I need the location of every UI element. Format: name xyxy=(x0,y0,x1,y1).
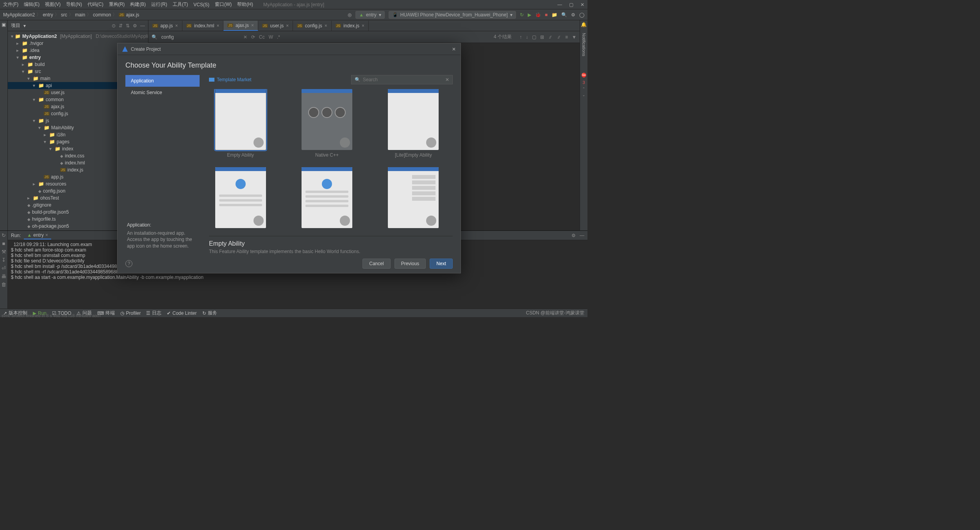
trash-icon[interactable]: 🗑 xyxy=(1,282,6,287)
clear-find-icon[interactable]: ✕ xyxy=(243,34,247,40)
close-tab-icon[interactable]: × xyxy=(362,23,364,29)
menu-navigate[interactable]: 导航(N) xyxy=(66,1,82,8)
rerun-icon[interactable]: ↻ xyxy=(2,232,6,238)
menu-tools[interactable]: 工具(T) xyxy=(173,1,188,8)
tree-arrow-icon[interactable]: ▾ xyxy=(49,146,53,152)
filter-icon[interactable]: ▼ xyxy=(572,34,577,40)
template-card[interactable] xyxy=(382,167,445,230)
template-card[interactable]: Native C++ xyxy=(295,89,358,158)
close-window-icon[interactable]: ✕ xyxy=(580,2,584,7)
find-input[interactable] xyxy=(161,34,239,40)
menu-help[interactable]: 帮助(H) xyxy=(237,1,253,8)
editor-tab[interactable]: JSapp.js× xyxy=(148,21,182,31)
cancel-button[interactable]: Cancel xyxy=(362,259,390,269)
close-tab-icon[interactable]: × xyxy=(251,23,254,28)
menu-view[interactable]: 视图(V) xyxy=(45,1,61,8)
template-card[interactable]: [Lite]Empty Ability xyxy=(382,89,445,158)
next-button[interactable]: Next xyxy=(430,259,453,269)
debug-icon[interactable]: 🐞 xyxy=(535,12,541,18)
run-icon[interactable]: ▶ xyxy=(528,12,531,18)
regex-icon[interactable]: ⟳ xyxy=(251,34,255,40)
device-selector[interactable]: 📱 HUAWEI Phone [NewDevice_from_Huawei_Ph… xyxy=(389,11,516,19)
tree-arrow-icon[interactable]: ▾ xyxy=(38,125,42,130)
gear-icon[interactable]: ⚙ xyxy=(571,12,575,18)
editor-tab[interactable]: JSindex.hml× xyxy=(182,21,224,31)
menu-build[interactable]: 构建(B) xyxy=(130,1,146,8)
print-icon[interactable]: 🖶 xyxy=(1,273,6,279)
close-tab-icon[interactable]: × xyxy=(216,23,219,29)
breadcrumb-item[interactable]: src xyxy=(61,12,67,18)
tree-arrow-icon[interactable]: ▾ xyxy=(33,97,37,102)
word-icon[interactable]: W xyxy=(269,34,273,40)
editor-tab[interactable]: JSconfig.js× xyxy=(293,21,332,31)
project-stripe-icon[interactable]: ▣ xyxy=(2,22,6,27)
dialog-close-icon[interactable]: ✕ xyxy=(452,46,456,52)
avatar-icon[interactable]: ◯ xyxy=(579,12,584,18)
sb-profiler[interactable]: ◷Profiler xyxy=(120,311,141,316)
stop-icon[interactable]: ■ xyxy=(545,12,548,18)
sb-lint[interactable]: ✔Code Linter xyxy=(167,311,196,316)
menu-file[interactable]: 文件(F) xyxy=(3,1,18,8)
category-atomic-service[interactable]: Atomic Service xyxy=(125,87,200,98)
menu-refactor[interactable]: 重构(R) xyxy=(109,1,125,8)
template-search[interactable]: 🔍 ✕ xyxy=(351,75,453,84)
breadcrumb-item[interactable]: entry xyxy=(43,12,53,18)
template-card[interactable]: Empty Ability xyxy=(209,89,272,158)
tree-arrow-icon[interactable]: ▾ xyxy=(11,34,13,39)
down-icon[interactable]: ↧ xyxy=(2,257,6,263)
tree-arrow-icon[interactable]: ▸ xyxy=(16,41,20,46)
tree-row[interactable]: ▾📁MyApplication2[MyApplication]D:\deveco… xyxy=(8,33,148,40)
clear-search-icon[interactable]: ✕ xyxy=(445,77,449,82)
breadcrumb-item[interactable]: MyApplication2 xyxy=(3,12,35,18)
tree-arrow-icon[interactable]: ▾ xyxy=(33,83,37,88)
maximize-icon[interactable]: ▢ xyxy=(569,2,573,7)
run-config-selector[interactable]: ▲ entry ▾ xyxy=(355,11,385,19)
template-card[interactable] xyxy=(209,167,272,230)
chevron-icon[interactable]: ˆ xyxy=(583,87,585,93)
select-all-icon[interactable]: ▢ xyxy=(532,34,536,40)
run-tab-entry[interactable]: ▲ entry × xyxy=(24,232,51,239)
breadcrumb-item[interactable]: common xyxy=(93,12,111,18)
refresh-icon[interactable]: ↻ xyxy=(520,12,524,18)
menu-window[interactable]: 窗口(W) xyxy=(215,1,232,8)
menu-edit[interactable]: 编辑(E) xyxy=(24,1,39,8)
target-icon[interactable]: ◎ xyxy=(348,12,352,18)
tree-arrow-icon[interactable]: ▸ xyxy=(44,132,48,137)
chevron-down-icon[interactable]: ▾ xyxy=(23,23,26,29)
hide-icon[interactable]: — xyxy=(140,23,145,29)
tree-arrow-icon[interactable]: ▾ xyxy=(16,55,20,60)
breadcrumb-item[interactable]: ajax.js xyxy=(126,12,139,18)
collapse-icon[interactable]: ⇅ xyxy=(126,23,130,29)
menu-run[interactable]: 运行(R) xyxy=(151,1,167,8)
gear-icon[interactable]: ⚙ xyxy=(571,233,576,238)
close-icon[interactable]: × xyxy=(45,232,48,238)
wrap-icon[interactable]: ⏎ xyxy=(2,265,6,271)
editor-tab[interactable]: JSindex.js× xyxy=(332,21,369,31)
sb-services[interactable]: ↻服务 xyxy=(202,310,217,316)
stop-run-icon[interactable]: ■ xyxy=(2,241,5,246)
editor-tab[interactable]: JSajax.js× xyxy=(223,21,258,31)
close-tab-icon[interactable]: × xyxy=(325,23,327,29)
help-icon[interactable]: ? xyxy=(125,260,132,267)
toggle1-icon[interactable]: ⫽ xyxy=(548,34,553,40)
regex2-icon[interactable]: .* xyxy=(277,34,280,40)
hide-icon[interactable]: — xyxy=(580,233,584,238)
next-match-icon[interactable]: ↓ xyxy=(526,34,528,40)
tree-arrow-icon[interactable]: ▾ xyxy=(44,139,48,145)
menu-code[interactable]: 代码(C) xyxy=(87,1,104,8)
template-market-link[interactable]: Template Market xyxy=(209,77,252,82)
close-tab-icon[interactable]: × xyxy=(175,23,178,29)
breadcrumb-item[interactable]: main xyxy=(75,12,85,18)
bell-icon[interactable]: 🔔 xyxy=(581,22,587,27)
search-icon[interactable]: 🔍 xyxy=(561,12,567,18)
tree-arrow-icon[interactable]: ▸ xyxy=(33,181,37,187)
menu-vcs[interactable]: VCS(S) xyxy=(193,2,209,7)
sb-log[interactable]: ☰日志 xyxy=(146,310,161,316)
tree-arrow-icon[interactable]: ▸ xyxy=(16,48,20,53)
tree-arrow-icon[interactable]: ▸ xyxy=(22,62,26,67)
category-application[interactable]: Application xyxy=(125,75,200,87)
tree-arrow-icon[interactable]: ▾ xyxy=(33,118,37,123)
editor-tab[interactable]: JSuser.js× xyxy=(258,21,293,31)
minimize-icon[interactable]: — xyxy=(557,2,562,7)
tree-arrow-icon[interactable]: ▸ xyxy=(27,195,31,201)
